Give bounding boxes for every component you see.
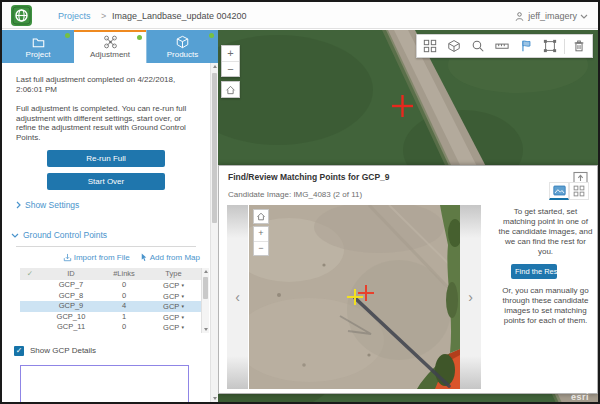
next-candidate-button[interactable]: › <box>460 205 481 389</box>
map-home-button[interactable] <box>221 81 240 98</box>
gcp-links: 0 <box>102 280 146 291</box>
gcp-id: GCP_11 <box>40 322 102 333</box>
drone-icon <box>103 35 118 49</box>
zoom-out-button[interactable]: − <box>222 61 239 76</box>
gcp-section-toggle[interactable]: Ground Control Points <box>11 230 210 240</box>
delete-tool-button[interactable] <box>567 35 591 57</box>
table-row[interactable]: GCP_7 0 GCP▾ <box>20 280 209 291</box>
table-row[interactable]: GCP_11 0 GCP▾ <box>20 322 209 333</box>
gcp-type-dropdown[interactable]: GCP▾ <box>146 322 201 333</box>
gcp-links: 1 <box>102 312 146 323</box>
gcp-actions: Import from File Add from Map <box>2 253 200 262</box>
gcp-table-header: ✓ ID #Links Type <box>20 268 209 280</box>
gcp-id: GCP_10 <box>40 312 102 323</box>
breadcrumb-separator: > <box>101 11 106 21</box>
prev-arrow-icon: ‹ <box>235 289 240 305</box>
extent-icon <box>543 39 557 53</box>
scroll-down-icon[interactable] <box>213 397 217 400</box>
show-settings-label: Show Settings <box>25 200 79 210</box>
show-gcp-details-checkbox[interactable]: ✓ Show GCP Details <box>14 346 210 356</box>
grid-view-icon <box>573 185 585 197</box>
grid-view-toggle[interactable] <box>569 182 589 200</box>
table-row[interactable]: GCP_8 0 GCP▾ <box>20 291 209 302</box>
candidate-image <box>249 205 460 389</box>
panel-scrollbar[interactable] <box>210 63 218 402</box>
gcp-type-dropdown[interactable]: GCP▾ <box>146 301 201 312</box>
instruction-secondary: Or, you can manually go through these ca… <box>497 286 594 326</box>
tab-label: Project <box>26 50 51 59</box>
import-from-file-label: Import from File <box>74 253 130 262</box>
gcp-section-title: Ground Control Points <box>23 230 107 240</box>
add-from-map-link[interactable]: Add from Map <box>140 253 200 262</box>
instructions-column: To get started, set matching point in on… <box>497 207 594 326</box>
tab-label: Adjustment <box>90 50 130 59</box>
gcp-type-dropdown[interactable]: GCP▾ <box>146 280 201 291</box>
scroll-up-icon[interactable] <box>204 270 208 273</box>
zoom-in-button[interactable]: + <box>222 46 239 61</box>
toolbar-separator <box>564 39 565 54</box>
cube-icon <box>175 35 190 49</box>
measure-tool-button[interactable] <box>490 35 514 57</box>
viewer-home-button[interactable] <box>253 209 269 224</box>
map-zoom-control: + − <box>221 45 240 77</box>
gcp-table: ✓ ID #Links Type GCP_7 0 GCP▾ GCP_8 0 GC… <box>20 268 209 333</box>
dropdown-caret-icon: ▾ <box>181 324 184 330</box>
show-settings-link[interactable]: Show Settings <box>16 200 210 210</box>
extent-tool-button[interactable] <box>538 35 562 57</box>
start-over-button[interactable]: Start Over <box>47 173 165 190</box>
import-from-file-link[interactable]: Import from File <box>63 253 130 262</box>
basemap-tool-button[interactable] <box>442 35 466 57</box>
divider <box>16 246 196 247</box>
select-gcp-tool-button[interactable] <box>514 35 538 57</box>
matching-panel-title: Find/Review Matching Points for GCP_9 <box>228 172 390 182</box>
card-view-toggle[interactable] <box>549 182 569 200</box>
find-the-rest-button[interactable]: Find the Rest <box>511 264 557 279</box>
chevron-down-icon <box>580 14 588 19</box>
viewer-zoom-in-button[interactable]: + <box>254 227 268 241</box>
scroll-down-icon[interactable] <box>204 328 208 331</box>
dropdown-caret-icon: ▾ <box>181 303 184 309</box>
table-row[interactable]: GCP_10 1 GCP▾ <box>20 312 209 323</box>
scroll-thumb[interactable] <box>212 73 217 223</box>
checkbox-checked-icon[interactable]: ✓ <box>14 346 24 356</box>
viewer-zoom-out-button[interactable]: − <box>254 241 268 255</box>
collage-icon <box>423 39 437 53</box>
breadcrumb-projects-link[interactable]: Projects <box>58 11 91 21</box>
previous-candidate-button[interactable]: ‹ <box>227 205 248 389</box>
left-panel: Project Adjustment <box>2 30 218 402</box>
tab-adjustment[interactable]: Adjustment <box>74 30 146 63</box>
gcp-id: GCP_9 <box>40 301 102 312</box>
user-menu[interactable]: jeff_imagery <box>514 8 588 24</box>
home-icon <box>256 212 266 221</box>
gcp-links: 0 <box>102 291 146 302</box>
search-tool-button[interactable] <box>466 35 490 57</box>
app-window: Projects > Image_Landbase_update 004200 … <box>0 0 600 404</box>
gcp-id: GCP_8 <box>40 291 102 302</box>
map-view[interactable]: + − Find/Review Matching Points for GCP_… <box>218 30 598 402</box>
adjustment-description: Full adjustment is completed. You can re… <box>16 104 196 142</box>
table-scrollbar[interactable] <box>201 268 209 333</box>
candidate-image-viewer[interactable]: + − <box>249 205 460 389</box>
show-gcp-details-label: Show GCP Details <box>30 346 96 355</box>
status-dot <box>65 33 70 38</box>
rerun-full-button[interactable]: Re-run Full <box>47 150 165 167</box>
adjustment-panel: Last full adjustment completed on 4/22/2… <box>2 63 210 402</box>
scroll-up-icon[interactable] <box>213 65 217 68</box>
basemap-cube-icon <box>447 39 461 53</box>
tab-project[interactable]: Project <box>2 30 74 63</box>
next-arrow-icon: › <box>468 289 473 305</box>
viewer-zoom-control: + − <box>253 226 269 256</box>
scroll-thumb[interactable] <box>203 277 208 299</box>
folder-icon <box>31 35 46 49</box>
view-toggles <box>549 182 589 200</box>
gcp-type-dropdown[interactable]: GCP▾ <box>146 291 201 302</box>
chevron-down-icon <box>11 233 19 238</box>
tab-products[interactable]: Products <box>146 30 218 63</box>
gcp-links: 0 <box>102 322 146 333</box>
add-from-map-label: Add from Map <box>150 253 200 262</box>
gcp-links: 4 <box>102 301 146 312</box>
page-title: Image_Landbase_update 004200 <box>112 11 247 21</box>
gcp-type-dropdown[interactable]: GCP▾ <box>146 312 201 323</box>
collage-tool-button[interactable] <box>418 35 442 57</box>
table-row-selected[interactable]: GCP_9 4 GCP▾ <box>20 301 209 312</box>
